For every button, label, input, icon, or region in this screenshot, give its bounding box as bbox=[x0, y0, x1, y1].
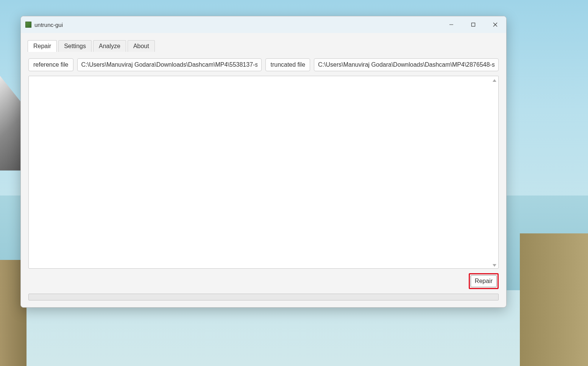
svg-rect-1 bbox=[472, 23, 475, 27]
svg-marker-5 bbox=[493, 264, 496, 267]
repair-button[interactable]: Repair bbox=[471, 275, 497, 287]
truncated-file-button[interactable]: truncated file bbox=[265, 58, 310, 71]
titlebar[interactable]: untrunc-gui bbox=[21, 16, 506, 33]
content-area: Repair Settings Analyze About reference … bbox=[21, 33, 506, 307]
action-row: Repair bbox=[28, 273, 499, 289]
scroll-up-icon[interactable] bbox=[492, 78, 497, 82]
tab-settings[interactable]: Settings bbox=[58, 40, 92, 52]
tab-repair[interactable]: Repair bbox=[28, 40, 57, 52]
file-selection-row: reference file truncated file bbox=[28, 58, 499, 71]
app-icon bbox=[25, 22, 31, 28]
reference-file-button[interactable]: reference file bbox=[28, 58, 73, 71]
window-title: untrunc-gui bbox=[34, 22, 63, 28]
truncated-file-path[interactable] bbox=[314, 58, 499, 71]
output-textarea[interactable] bbox=[28, 76, 499, 269]
bg-reeds-right bbox=[520, 233, 588, 366]
maximize-icon bbox=[471, 22, 476, 27]
close-icon bbox=[493, 22, 498, 27]
tab-bar: Repair Settings Analyze About bbox=[28, 40, 499, 52]
app-window: untrunc-gui Repair Settings Analyze Abou… bbox=[20, 16, 507, 308]
minimize-button[interactable] bbox=[440, 16, 462, 33]
tab-analyze[interactable]: Analyze bbox=[93, 40, 126, 52]
minimize-icon bbox=[449, 22, 454, 27]
svg-marker-4 bbox=[493, 79, 496, 82]
repair-button-highlight: Repair bbox=[469, 273, 499, 289]
maximize-button[interactable] bbox=[462, 16, 484, 33]
window-controls bbox=[440, 16, 506, 33]
repair-panel: reference file truncated file Repair bbox=[28, 52, 499, 300]
reference-file-path[interactable] bbox=[77, 58, 262, 71]
scroll-down-icon[interactable] bbox=[492, 262, 497, 267]
close-button[interactable] bbox=[484, 16, 506, 33]
tab-about[interactable]: About bbox=[128, 40, 155, 52]
progress-bar bbox=[28, 294, 499, 300]
